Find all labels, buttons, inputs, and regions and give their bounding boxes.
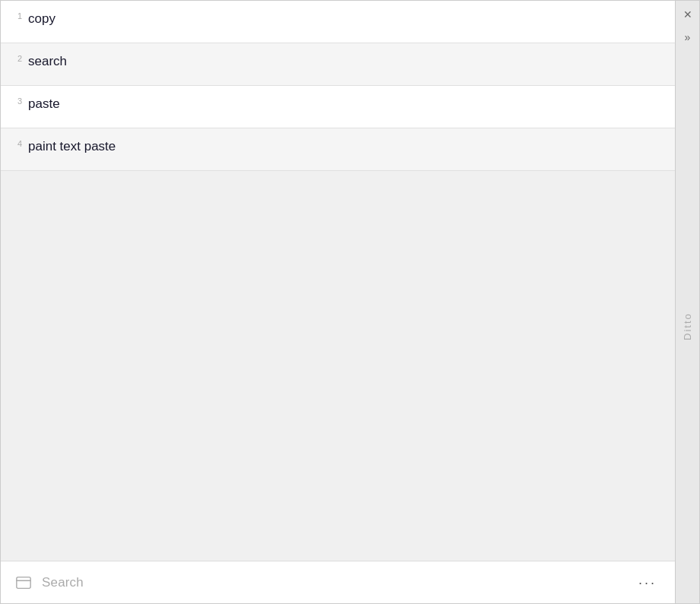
item-text: search [22,52,663,71]
clipboard-list: 1copy2search3paste4paint text paste [1,1,675,561]
close-button[interactable]: ✕ [677,4,698,25]
item-number: 4 [1,138,22,148]
item-text: paste [22,95,663,113]
sidebar: ✕ » Ditto [675,1,699,603]
more-button[interactable]: ··· [632,573,663,593]
ditto-label: Ditto [682,49,693,603]
app-window: 1copy2search3paste4paint text paste Sear… [0,0,700,604]
search-label[interactable]: Search [42,575,625,590]
item-text: paint text paste [22,138,663,156]
list-item[interactable]: 4paint text paste [1,128,675,171]
expand-button[interactable]: » [677,27,698,48]
item-number: 1 [1,10,22,21]
list-item[interactable]: 1copy [1,1,675,43]
list-item[interactable]: 2search [1,43,675,86]
item-number: 2 [1,52,22,63]
list-item[interactable]: 3paste [1,86,675,128]
search-icon [13,572,34,593]
main-content: 1copy2search3paste4paint text paste Sear… [1,1,675,603]
svg-rect-0 [17,577,30,588]
bottom-bar: Search ··· [1,561,675,603]
item-text: copy [22,10,663,28]
item-number: 3 [1,95,22,106]
